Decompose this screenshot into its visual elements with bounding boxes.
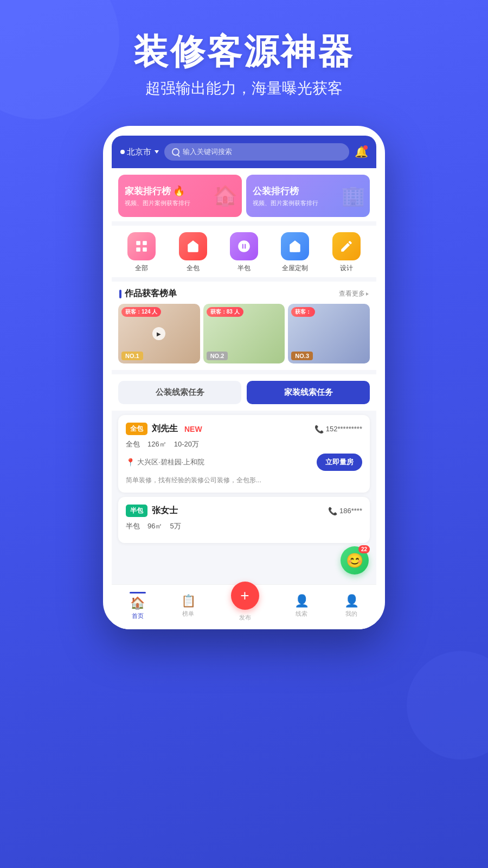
nav-home-icon: 🏠 — [130, 596, 145, 610]
category-item-custom[interactable]: 全屋定制 — [281, 232, 309, 273]
category-half-label: 半包 — [237, 264, 251, 273]
lead-detail-budget-1: 10-20万 — [174, 439, 199, 449]
lead-detail-type-2: 半包 — [126, 521, 140, 531]
lead-details-1: 全包 126㎡ 10-20万 — [126, 439, 362, 449]
nav-item-leads[interactable]: 👤 线索 — [294, 594, 309, 618]
location-icon-1: 📍 — [126, 458, 135, 467]
lead-phone-number-1: 152********* — [326, 425, 362, 433]
work-card-2[interactable]: 获客：83 人 NO.2 — [203, 304, 285, 363]
section-title-bar — [119, 290, 121, 298]
category-item-half[interactable]: 半包 — [230, 232, 258, 273]
search-placeholder: 输入关键词搜索 — [183, 147, 232, 157]
task-tab-office[interactable]: 公装线索任务 — [118, 381, 241, 404]
work-badge-1: 获客：124 人 — [121, 307, 161, 317]
hero-subtitle: 超强输出能力，海量曝光获客 — [0, 78, 488, 99]
nav-ranking-label: 榜单 — [182, 610, 194, 618]
category-item-all[interactable]: 全部 — [127, 232, 156, 273]
section-title-text: 作品获客榜单 — [125, 288, 177, 299]
phone-wrapper: 北京市 输入关键词搜索 🔔 家装排行榜 🔥 视频 — [0, 126, 488, 629]
search-bar[interactable]: 输入关键词搜索 — [164, 143, 349, 161]
lead-card-2: 半包 张女士 📞 186**** 半包 96㎡ 5万 — [118, 497, 370, 543]
lead-card-1-top: 全包 刘先生 NEW 📞 152********* — [126, 423, 362, 435]
location-dot-icon — [120, 150, 125, 154]
category-item-design[interactable]: 设计 — [332, 232, 361, 273]
work-badge-2: 获客：83 人 — [207, 307, 243, 317]
lead-details-2: 半包 96㎡ 5万 — [126, 521, 362, 531]
work-card-3[interactable]: 获客： NO.3 — [288, 304, 370, 363]
phone-frame: 北京市 输入关键词搜索 🔔 家装排行榜 🔥 视频 — [103, 126, 385, 629]
notification-dot — [363, 145, 368, 150]
nav-item-mine[interactable]: 👤 我的 — [344, 594, 359, 618]
task-tab-home-label: 家装线索任务 — [284, 387, 333, 397]
phone-content: 家装排行榜 🔥 视频、图片案例获客排行 🏠 公装排行榜 视频、图片案例获客排行 … — [112, 168, 376, 629]
chevron-right-icon — [366, 292, 369, 296]
nav-item-publish[interactable]: + 发布 — [231, 590, 259, 622]
category-all-icon — [127, 232, 156, 260]
location-text: 北京市 — [127, 147, 151, 157]
banner-section: 家装排行榜 🔥 视频、图片案例获客排行 🏠 公装排行榜 视频、图片案例获客排行 … — [112, 168, 376, 221]
lead-card-2-left: 半包 张女士 — [126, 505, 178, 517]
svg-rect-1 — [143, 241, 147, 246]
task-tab-home[interactable]: 家装线索任务 — [247, 381, 370, 404]
category-full-label: 全包 — [187, 264, 200, 273]
chat-bubble[interactable]: 😊 22 — [341, 546, 369, 575]
task-tabs: 公装线索任务 家装线索任务 — [112, 374, 376, 411]
banner-deco: 🏠 — [213, 184, 237, 207]
hero-section: 装修客源神器 超强输出能力，海量曝光获客 — [0, 0, 488, 110]
chat-badge: 22 — [358, 545, 370, 553]
phone-top-bar: 北京市 输入关键词搜索 🔔 — [112, 136, 376, 168]
lead-phone-1[interactable]: 📞 152********* — [314, 425, 362, 433]
bottom-nav: 🏠 首页 📋 榜单 + 发布 👤 线索 👤 我的 — [112, 584, 376, 629]
category-custom-icon — [281, 232, 309, 260]
category-half-icon — [230, 232, 258, 260]
svg-rect-3 — [143, 248, 147, 252]
nav-leads-icon: 👤 — [294, 594, 309, 608]
work-cards: ▶ 获客：124 人 NO.1 获客：83 人 NO.2 获客： NO.3 — [112, 304, 376, 370]
work-rank-3: NO.3 — [291, 352, 313, 360]
nav-item-home[interactable]: 🏠 首页 — [130, 592, 146, 620]
lead-name-2: 张女士 — [152, 505, 178, 516]
nav-home-label: 首页 — [132, 612, 144, 620]
phone-icon-1: 📞 — [314, 425, 324, 433]
bg-circle-2 — [407, 651, 488, 760]
measure-button-1[interactable]: 立即量房 — [317, 454, 362, 471]
category-row: 全部 全包 — [112, 232, 376, 273]
nav-leads-label: 线索 — [296, 610, 307, 618]
hero-title: 装修客源神器 — [0, 33, 488, 71]
home-banner-title: 家装排行榜 — [125, 185, 171, 197]
lead-tag-1: 全包 — [126, 423, 147, 435]
nav-item-ranking[interactable]: 📋 榜单 — [181, 594, 196, 618]
lead-location-1: 📍 大兴区·碧桂园·上和院 — [126, 457, 204, 467]
notification-bell[interactable]: 🔔 — [355, 145, 368, 158]
svg-rect-0 — [136, 241, 140, 246]
search-icon — [172, 148, 179, 156]
lead-name-1: 刘先生 — [152, 423, 178, 435]
lead-address-1: 大兴区·碧桂园·上和院 — [137, 457, 204, 467]
lead-detail-area-2: 96㎡ — [147, 521, 162, 531]
section-title: 作品获客榜单 — [119, 288, 177, 299]
nav-publish-label: 发布 — [239, 614, 251, 622]
home-ranking-banner[interactable]: 家装排行榜 🔥 视频、图片案例获客排行 🏠 — [118, 175, 242, 217]
work-badge-3: 获客： — [291, 307, 315, 317]
lead-phone-2[interactable]: 📞 186**** — [328, 507, 362, 515]
nav-mine-icon: 👤 — [344, 594, 359, 608]
see-more-text: 查看更多 — [339, 289, 365, 298]
category-design-icon — [332, 232, 361, 260]
see-more-button[interactable]: 查看更多 — [339, 289, 369, 298]
lead-card-1-left: 全包 刘先生 NEW — [126, 423, 202, 435]
play-button-1[interactable]: ▶ — [152, 327, 165, 340]
work-card-1[interactable]: ▶ 获客：124 人 NO.1 — [118, 304, 200, 363]
nav-publish-button[interactable]: + — [231, 582, 259, 610]
office-ranking-banner[interactable]: 公装排行榜 视频、图片案例获客排行 🏢 — [246, 175, 370, 217]
category-full-icon — [179, 232, 207, 260]
nav-ranking-icon: 📋 — [181, 594, 196, 608]
lead-detail-budget-2: 5万 — [170, 521, 181, 531]
location-button[interactable]: 北京市 — [120, 147, 159, 157]
chevron-down-icon — [155, 150, 159, 154]
category-section: 全部 全包 — [112, 226, 376, 277]
office-banner-deco: 🏢 — [341, 184, 365, 207]
lead-card-1: 全包 刘先生 NEW 📞 152********* 全包 126㎡ 10-20万 — [118, 415, 370, 493]
flame-icon: 🔥 — [173, 185, 185, 197]
category-item-full[interactable]: 全包 — [179, 232, 207, 273]
lead-tag-2: 半包 — [126, 505, 147, 517]
